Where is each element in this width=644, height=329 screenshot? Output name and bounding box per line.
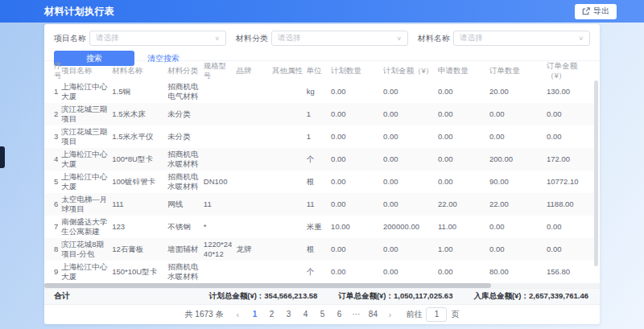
chevron-down-icon: ∨ xyxy=(396,35,402,42)
page-button-84[interactable]: 84 xyxy=(367,310,378,319)
table-row[interactable]: 2滨江花城三期项目1.5米木床未分类10.000.000.000.000.00 xyxy=(44,103,596,125)
table-cell: 0.00 xyxy=(383,171,438,193)
table-cell: 10.00 xyxy=(331,216,383,238)
table-cell: 南侧盛达大学生公寓新建 xyxy=(61,216,112,238)
filter-label: 项目名称 xyxy=(54,33,89,44)
table-cell: 0.00 xyxy=(489,238,547,261)
table-cell: 0.00 xyxy=(331,193,383,216)
table-cell: 个 xyxy=(307,148,331,171)
table-cell: 太空电梯—月球项目 xyxy=(61,193,112,216)
table-cell: 20.00 xyxy=(489,80,547,103)
goto-prefix: 前往 xyxy=(406,309,422,320)
filter-group-2: 材料分类请选择∨ xyxy=(236,31,408,46)
filter-label: 材料名称 xyxy=(418,33,453,44)
table-cell: 0.00 xyxy=(383,103,438,125)
table-row[interactable]: 8滨江花城8期项目-分包12石膏板墙面辅材1220*2440*12龙牌根0.00… xyxy=(44,238,596,261)
table-cell: 龙牌 xyxy=(236,238,272,261)
filter-select[interactable]: 请选择∨ xyxy=(89,31,226,46)
table-cell xyxy=(204,103,237,125)
page-ellipsis[interactable]: ··· xyxy=(350,310,361,319)
export-button[interactable]: 导出 xyxy=(575,4,617,19)
table-cell: 0.00 xyxy=(438,125,489,148)
table-cell xyxy=(272,216,307,238)
table-cell: 招商机电 水暖材料 xyxy=(167,261,204,283)
table-cell: * xyxy=(204,216,237,238)
table-cell: 网线 xyxy=(167,193,204,216)
horizontal-scrollbar[interactable] xyxy=(44,283,491,288)
column-header: 材料分类 xyxy=(167,61,204,80)
table-cell: 0.00 xyxy=(331,103,383,125)
table-cell xyxy=(204,261,237,283)
page-button-5[interactable]: 5 xyxy=(316,310,328,319)
page-title: 材料计划执行表 xyxy=(44,5,115,19)
table-cell: 滨江花城三期项目 xyxy=(61,125,112,148)
table-cell xyxy=(236,125,272,148)
table-cell: 0.00 xyxy=(547,216,596,238)
sidebar-expand-handle[interactable] xyxy=(0,146,5,168)
table-cell: 0.00 xyxy=(383,238,438,261)
table-cell: 不锈钢 xyxy=(167,216,204,238)
select-placeholder: 请选择 xyxy=(460,33,483,43)
table-cell: 0.00 xyxy=(547,103,596,125)
table-cell: 8 xyxy=(44,238,61,261)
table-cell: 0.00 xyxy=(547,125,596,148)
chevron-down-icon: ∨ xyxy=(214,35,220,42)
table-row[interactable]: 1上海松江中心大厦1.5铜招商机电 电气材料kg0.000.000.0020.0… xyxy=(44,80,596,103)
table-cell: 9 xyxy=(44,261,61,283)
select-placeholder: 请选择 xyxy=(96,33,119,43)
table-cell: 0.00 xyxy=(438,103,489,125)
table-cell: 招商机电 水暖材料 xyxy=(167,171,204,193)
column-header: 规格型号 xyxy=(204,61,237,80)
table-row[interactable]: 5上海松江中心大厦100镀锌管卡招商机电 水暖材料DN100根0.000.000… xyxy=(44,171,596,193)
horizontal-scrollbar-track xyxy=(44,283,600,288)
table-cell: 156.80 xyxy=(547,261,596,283)
table-cell: 招商机电 电气材料 xyxy=(167,80,204,103)
page-button-4[interactable]: 4 xyxy=(299,310,311,319)
prev-page-button[interactable]: ‹ xyxy=(232,310,243,319)
goto-page-input[interactable] xyxy=(426,307,447,322)
table-cell xyxy=(272,80,307,103)
table-cell: 个 xyxy=(307,261,331,283)
table-cell: 滨江花城三期项目 xyxy=(61,103,112,125)
table-cell: 22.00 xyxy=(438,193,489,216)
table-cell: 0.00 xyxy=(331,238,383,261)
table-cell: 未分类 xyxy=(167,103,204,125)
next-page-button[interactable]: › xyxy=(384,310,395,319)
table-row[interactable]: 3滨江花城三期项目1.5米水平仪未分类10.000.000.000.000.00 xyxy=(44,125,596,148)
table-cell xyxy=(236,261,272,283)
chevron-down-icon: ∨ xyxy=(578,35,584,42)
filter-select[interactable]: 请选择∨ xyxy=(271,31,408,46)
filter-section: 项目名称请选择∨材料分类请选择∨材料名称请选择∨ 搜索 清空搜索 xyxy=(44,24,600,61)
page-button-3[interactable]: 3 xyxy=(283,310,294,319)
table-cell: 未分类 xyxy=(167,125,204,148)
filter-group-3: 材料名称请选择∨ xyxy=(418,31,590,46)
table-cell: 11.00 xyxy=(438,216,489,238)
filter-select[interactable]: 请选择∨ xyxy=(453,31,590,46)
goto-suffix: 页 xyxy=(451,309,459,320)
filter-group-1: 项目名称请选择∨ xyxy=(54,31,226,46)
page-button-1[interactable]: 1 xyxy=(249,310,260,319)
page-button-6[interactable]: 6 xyxy=(333,310,345,319)
table-row[interactable]: 6太空电梯—月球项目111网线11110.000.0022.0022.00118… xyxy=(44,193,596,216)
column-header: 申请数量 xyxy=(438,61,489,80)
table-cell xyxy=(236,80,272,103)
table-cell: 1.5米水平仪 xyxy=(112,125,167,148)
table-cell: 172.00 xyxy=(547,148,596,171)
table-cell: 0.00 xyxy=(331,148,383,171)
page-button-2[interactable]: 2 xyxy=(266,310,277,319)
table-cell: 0.00 xyxy=(383,80,438,103)
summary-item: 订单总金额(¥)：1,050,117,025.63 xyxy=(338,291,452,302)
column-header: 序号 xyxy=(44,61,61,80)
table-row[interactable]: 7南侧盛达大学生公寓新建123不锈钢*米重10.00200000.0011.00… xyxy=(44,216,596,238)
table-cell: 上海松江中心大厦 xyxy=(61,261,112,283)
table-cell: 1 xyxy=(307,125,331,148)
column-header: 计划数量 xyxy=(331,61,383,80)
table-row[interactable]: 4上海松江中心大厦100*8U型卡招商机电 水暖材料个0.000.000.002… xyxy=(44,148,596,171)
table-row[interactable]: 9上海松江中心大厦150*10U型卡招商机电 水暖材料个0.000.000.00… xyxy=(44,261,596,283)
vertical-scrollbar[interactable] xyxy=(594,80,598,266)
table-cell: 123 xyxy=(112,216,167,238)
table-cell xyxy=(236,171,272,193)
table-cell: 3 xyxy=(44,125,61,148)
table-cell: 0.00 xyxy=(331,171,383,193)
table-cell: 上海松江中心大厦 xyxy=(61,80,112,103)
